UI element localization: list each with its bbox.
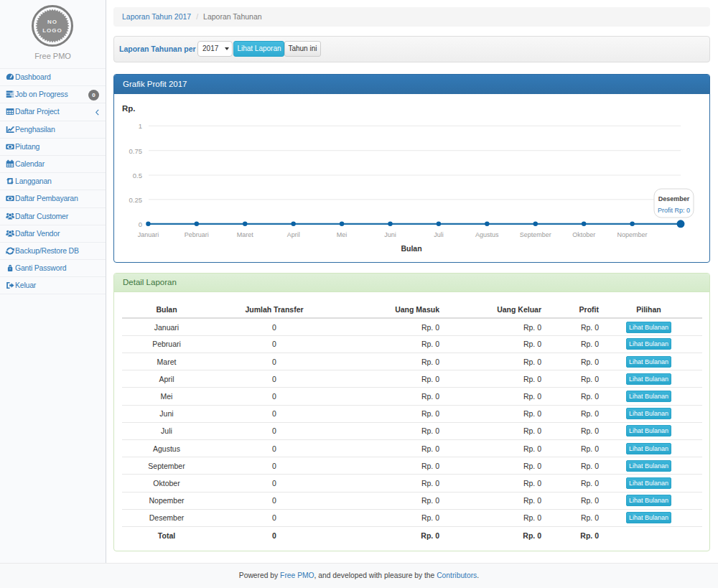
- svg-text:0.75: 0.75: [129, 147, 143, 155]
- svg-text:0.5: 0.5: [133, 172, 142, 179]
- svg-text:Bulan: Bulan: [401, 244, 421, 253]
- svg-text:Oktober: Oktober: [572, 231, 595, 238]
- svg-text:0: 0: [139, 220, 142, 228]
- svg-text:Pebruari: Pebruari: [185, 231, 209, 238]
- svg-text:1: 1: [139, 122, 142, 130]
- svg-text:0.25: 0.25: [129, 196, 143, 204]
- svg-text:Mei: Mei: [337, 231, 348, 238]
- svg-text:April: April: [287, 231, 300, 238]
- svg-text:LOGO: LOGO: [42, 27, 62, 34]
- svg-text:Juli: Juli: [434, 231, 444, 238]
- svg-text:NO: NO: [47, 19, 57, 25]
- svg-text:Profit Rp: 0: Profit Rp: 0: [658, 207, 690, 214]
- svg-text:Januari: Januari: [138, 231, 159, 238]
- svg-text:Nopember: Nopember: [617, 231, 648, 238]
- svg-text:Juni: Juni: [384, 231, 396, 238]
- svg-text:Agustus: Agustus: [475, 231, 499, 238]
- svg-text:September: September: [520, 231, 551, 238]
- svg-text:Maret: Maret: [237, 231, 254, 238]
- svg-text:Rp.: Rp.: [122, 104, 136, 113]
- svg-text:Desember: Desember: [658, 195, 690, 202]
